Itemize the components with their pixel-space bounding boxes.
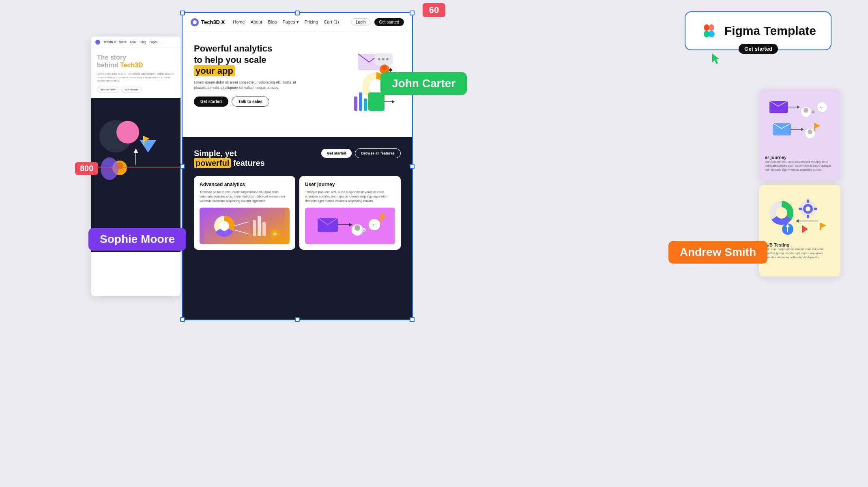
main-website-frame: Tech3D X Home About Blog Pages ▾ Pricing… [183, 13, 412, 320]
selection-count-badge: 60 [423, 3, 445, 17]
svg-point-9 [101, 157, 118, 180]
sf-nav-about[interactable]: About [130, 41, 137, 43]
svg-point-73 [808, 129, 812, 134]
sf-desc: Lorem ipsum dolor sit amet, consectetur … [97, 72, 175, 82]
hero-buttons: Get started Talk to sales [194, 97, 312, 107]
measure-badge: 800 [75, 162, 98, 175]
right-card-bottom-desc: Orci nunc suspendisse volutpat enim vulp… [765, 247, 835, 259]
svg-rect-52 [704, 24, 709, 31]
svg-rect-24 [359, 92, 362, 111]
svg-rect-34 [253, 220, 256, 236]
features-title-simple: Simple, yet [194, 149, 237, 158]
features-title-highlight: powerful [194, 158, 231, 168]
sf-nav-home[interactable]: Home [119, 41, 127, 43]
svg-rect-81 [807, 215, 809, 218]
measure-line [87, 167, 185, 167]
sf-nav-blog[interactable]: Blog [140, 41, 146, 43]
svg-marker-2 [140, 140, 156, 152]
hero-section: Powerful analytics to help you scale you… [183, 32, 412, 137]
svg-text:←: ← [372, 221, 377, 228]
svg-text:←: ← [819, 104, 824, 110]
svg-rect-35 [258, 216, 261, 236]
svg-marker-28 [392, 100, 395, 103]
figma-logo-svg [701, 23, 717, 39]
main-nav: Tech3D X Home About Blog Pages ▾ Pricing… [183, 13, 412, 32]
svg-point-10 [193, 20, 197, 24]
svg-point-14 [382, 58, 385, 60]
sophie-illustration [97, 104, 175, 185]
sf-logo-text: Tech3D X [103, 41, 116, 43]
svg-point-31 [219, 221, 229, 231]
figma-card-title: Figma Template [724, 24, 816, 38]
nav-link-cart[interactable]: Cart (1) [324, 19, 339, 25]
svg-point-63 [804, 108, 808, 113]
svg-rect-26 [368, 92, 385, 111]
journey-card-image: ✱ ← [305, 208, 395, 244]
nav-link-pricing[interactable]: Pricing [305, 19, 318, 25]
svg-marker-57 [712, 54, 720, 64]
nav-link-pages[interactable]: Pages ▾ [282, 19, 299, 25]
svg-rect-36 [262, 222, 266, 236]
sf-title: The story behind Tech3D [97, 54, 175, 69]
andrew-smith-label: Andrew Smith [668, 241, 767, 264]
nav-login-button[interactable]: Login [351, 18, 370, 26]
svg-text:✱: ✱ [363, 229, 365, 232]
sf-buttons: Join our team Our mission [97, 87, 175, 92]
figma-logo [700, 22, 718, 40]
features-browse-button[interactable]: Browse all features [355, 148, 401, 158]
svg-rect-53 [709, 24, 714, 31]
right-card-top-title: er journey [765, 155, 835, 160]
svg-rect-23 [354, 97, 357, 111]
sophie-moore-label: Sophie Moore [88, 228, 186, 251]
journey-card-title: User journey [305, 182, 395, 187]
sf-title-line2: behind Tech3D [97, 62, 143, 69]
svg-rect-67 [814, 123, 815, 131]
get-started-mini-button[interactable]: Get started [739, 44, 778, 54]
right-card-bottom-diagram [765, 191, 835, 239]
sf-btn-join[interactable]: Join our team [97, 87, 119, 92]
right-card-top-diagram: ✱ ← [765, 95, 835, 152]
journey-card-desc: Tristique posuere orci, nunc suspendisse… [305, 190, 395, 204]
nav-link-blog[interactable]: Blog [268, 19, 277, 25]
sf-illustration-svg [99, 108, 172, 181]
svg-point-79 [806, 206, 810, 211]
nav-logo-icon [191, 18, 199, 26]
svg-rect-50 [380, 214, 382, 223]
nav-links: Home About Blog Pages ▾ Pricing Cart (1) [233, 19, 343, 25]
features-get-started-button[interactable]: Get started [321, 149, 352, 158]
hero-left: Powerful analytics to help you scale you… [194, 43, 312, 126]
features-cards: Advanced analytics Tristique posuere orc… [194, 176, 401, 250]
nav-link-home[interactable]: Home [233, 19, 245, 25]
right-card-top: ✱ ← er journey nce posuere orci; nunc su… [759, 89, 840, 181]
sf-nav-pages[interactable]: Pages [149, 41, 157, 43]
john-carter-label: John Carter [380, 72, 467, 95]
analytics-card-title: Advanced analytics [200, 182, 290, 187]
secondary-frame-left: Tech3D X Home About Blog Pages ... The s… [91, 36, 180, 296]
sf-btn-mission[interactable]: Our mission [121, 87, 142, 92]
hero-title-highlight: your app [194, 65, 235, 76]
sf-logo-dot [95, 40, 100, 45]
sf-nav-more: ... [161, 41, 163, 43]
sf-nav: Tech3D X Home About Blog Pages ... [91, 36, 180, 48]
svg-point-15 [386, 58, 389, 60]
right-card-bottom-title: A/B Testing [765, 242, 835, 247]
svg-point-13 [378, 58, 380, 60]
hero-talk-sales-button[interactable]: Talk to sales [232, 97, 269, 107]
nav-get-started-button[interactable]: Get started [374, 18, 404, 26]
right-card-bottom: A/B Testing Orci nunc suspendisse volutp… [759, 185, 840, 277]
right-card-top-desc: nce posuere orci; nunc suspendisse volut… [765, 160, 835, 172]
nav-right: Login Get started [351, 18, 404, 26]
features-title: Simple, yet powerful features [194, 148, 265, 168]
nav-link-about[interactable]: About [251, 19, 262, 25]
features-header: Simple, yet powerful features Get starte… [194, 148, 401, 168]
svg-rect-25 [364, 99, 367, 111]
features-buttons: Get started Browse all features [321, 148, 401, 158]
feature-card-analytics: Advanced analytics Tristique posuere orc… [194, 176, 295, 250]
right-card-bottom-inner: A/B Testing Orci nunc suspendisse volutp… [759, 185, 840, 277]
analytics-card-desc: Tristique posuere orci, nunc suspendisse… [200, 190, 290, 204]
svg-rect-80 [807, 200, 809, 203]
hero-title-line1: Powerful analytics [194, 43, 272, 54]
svg-point-45 [355, 225, 360, 231]
nav-logo: Tech3D X [191, 18, 225, 26]
hero-get-started-button[interactable]: Get started [194, 97, 228, 107]
